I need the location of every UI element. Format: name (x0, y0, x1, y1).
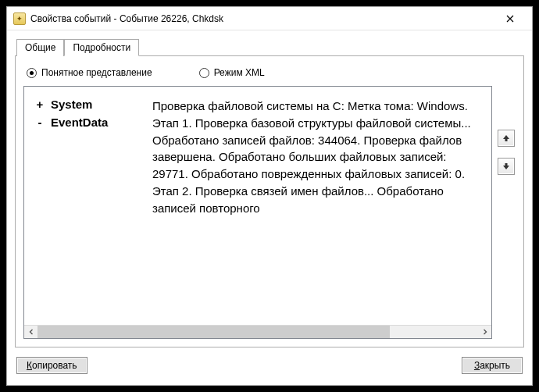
titlebar: ✦ Свойства событий - Событие 26226, Chkd… (7, 7, 532, 30)
scrollbar-track[interactable] (37, 326, 478, 338)
scroll-left-button[interactable] (24, 326, 37, 338)
dialog-window: ✦ Свойства событий - Событие 26226, Chkd… (6, 6, 533, 386)
close-button[interactable]: Закрыть (462, 357, 523, 374)
scrollbar-thumb[interactable] (37, 326, 390, 338)
close-window-button[interactable] (494, 8, 526, 30)
radio-icon (27, 68, 37, 78)
expand-icon: + (35, 98, 45, 111)
radio-icon (199, 68, 209, 78)
arrow-up-icon (502, 134, 510, 142)
details-pane: + System - EventData Проверка файловой с… (23, 86, 492, 339)
next-event-button[interactable] (498, 158, 515, 175)
radio-xml-view[interactable]: Режим XML (199, 67, 265, 78)
app-icon: ✦ (13, 12, 26, 25)
content-row: + System - EventData Проверка файловой с… (23, 86, 516, 339)
scroll-right-button[interactable] (478, 326, 491, 338)
arrow-down-icon (502, 162, 510, 170)
copy-button[interactable]: Копировать (16, 357, 87, 374)
radio-xml-label: Режим XML (214, 67, 265, 78)
radio-friendly-label: Понятное представление (41, 67, 152, 78)
tabstrip: Общие Подробности (16, 38, 524, 55)
close-icon (506, 15, 514, 23)
window-title: Свойства событий - Событие 26226, Chkdsk (30, 13, 494, 24)
previous-event-button[interactable] (498, 130, 515, 147)
tree-column: + System - EventData (35, 98, 152, 322)
chevron-left-icon (28, 329, 34, 335)
details-body: + System - EventData Проверка файловой с… (24, 87, 491, 325)
nav-column (497, 86, 516, 339)
radio-friendly-view[interactable]: Понятное представление (27, 67, 152, 78)
tree-node-eventdata[interactable]: - EventData (35, 116, 152, 129)
chevron-right-icon (482, 329, 488, 335)
client-area: Общие Подробности Понятное представление… (7, 30, 532, 385)
view-mode-radios: Понятное представление Режим XML (23, 66, 516, 86)
collapse-icon: - (35, 116, 45, 129)
tree-label-eventdata: EventData (51, 116, 108, 129)
dialog-footer: Копировать Закрыть (15, 347, 524, 377)
tab-details[interactable]: Подробности (64, 39, 139, 56)
tab-general[interactable]: Общие (16, 39, 64, 56)
tab-panel-details: Понятное представление Режим XML + Syste… (15, 55, 524, 347)
tree-label-system: System (51, 98, 92, 111)
event-text: Проверка файловой системы на C: Метка то… (152, 98, 484, 322)
tree-node-system[interactable]: + System (35, 98, 152, 111)
horizontal-scrollbar[interactable] (24, 325, 491, 338)
